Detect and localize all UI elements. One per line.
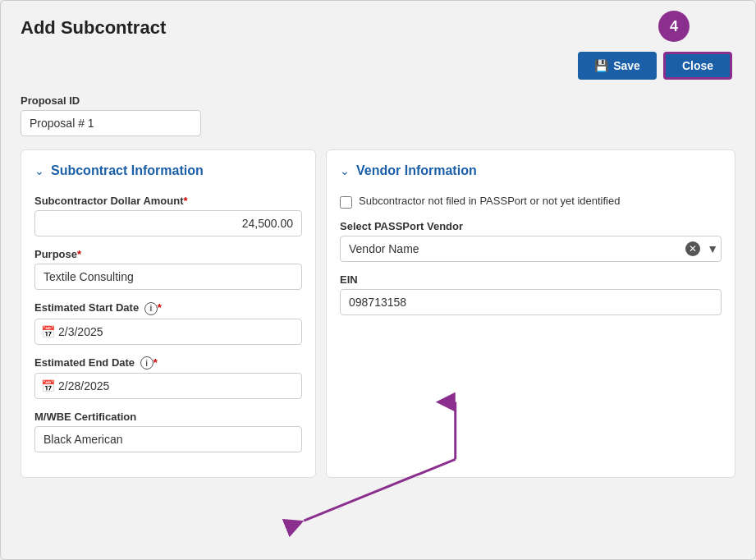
vendor-select-label: Select PASSPort Vendor [340,220,722,232]
vendor-select-wrap: Vendor Name ✕ ▼ [340,236,722,262]
not-in-passport-checkbox[interactable] [340,196,352,209]
end-date-info-icon: i [140,356,153,370]
end-date-wrap: 📅 [34,373,302,399]
proposal-id-input[interactable] [21,110,201,136]
proposal-id-section: Proposal ID [21,94,735,136]
dollar-input-wrap [34,210,302,236]
save-button[interactable]: 💾 Save [578,52,657,80]
proposal-id-label: Proposal ID [21,94,735,107]
ein-label: EIN [340,273,722,286]
dollar-amount-input[interactable] [34,210,302,236]
vendor-panel: ⌄ Vendor Information Subcontractor not f… [326,149,735,478]
purpose-group: Purpose* [34,248,302,290]
modal-container: 4 Add Subcontract 💾 Save Close Proposal … [0,0,756,560]
vendor-select[interactable]: Vendor Name [340,236,722,262]
required-marker: * [77,248,81,260]
end-date-label: Estimated End Date i* [34,356,302,370]
start-date-group: Estimated Start Date i* 📅 [34,301,302,345]
required-marker: * [184,195,188,207]
purpose-label: Purpose* [34,248,302,260]
purpose-input[interactable] [34,264,302,290]
ein-input[interactable] [340,289,722,315]
step-badge: 4 [658,11,690,42]
not-in-passport-label: Subcontractor not filed in PASSPort or n… [359,195,620,207]
not-in-passport-row: Subcontractor not filed in PASSPort or n… [340,195,722,209]
vendor-dropdown-button[interactable]: ▼ [707,242,718,255]
subcontract-panel-header: ⌄ Subcontract Information [34,163,302,181]
start-date-label: Estimated Start Date i* [34,301,302,315]
subcontract-panel: ⌄ Subcontract Information Subcontractor … [21,149,316,478]
end-date-input[interactable] [34,373,302,399]
toolbar: 💾 Save Close [21,52,735,80]
subcontract-panel-title: Subcontract Information [51,163,204,178]
close-button[interactable]: Close [663,52,732,80]
dollar-amount-group: Subcontractor Dollar Amount* [34,195,302,236]
required-marker: * [158,301,162,314]
mwbe-input[interactable] [34,426,302,452]
vendor-clear-button[interactable]: ✕ [685,241,700,256]
vendor-panel-title: Vendor Information [356,163,477,178]
save-icon: 💾 [594,59,608,72]
vendor-panel-header: ⌄ Vendor Information [340,163,722,181]
start-date-input[interactable] [34,319,302,345]
end-date-calendar-icon: 📅 [41,379,55,392]
modal-title: Add Subcontract [21,17,735,39]
dollar-amount-label: Subcontractor Dollar Amount* [34,195,302,207]
start-date-calendar-icon: 📅 [41,325,55,338]
vendor-chevron-icon: ⌄ [340,164,350,177]
vendor-select-group: Select PASSPort Vendor Vendor Name ✕ ▼ [340,220,722,262]
mwbe-label: M/WBE Certification [34,411,302,423]
end-date-group: Estimated End Date i* 📅 [34,356,302,400]
subcontract-chevron-icon: ⌄ [34,164,44,177]
start-date-wrap: 📅 [34,319,302,345]
panels-row: ⌄ Subcontract Information Subcontractor … [21,149,735,478]
ein-group: EIN [340,273,722,315]
mwbe-group: M/WBE Certification [34,411,302,452]
start-date-info-icon: i [144,302,158,315]
required-marker: * [153,356,158,369]
